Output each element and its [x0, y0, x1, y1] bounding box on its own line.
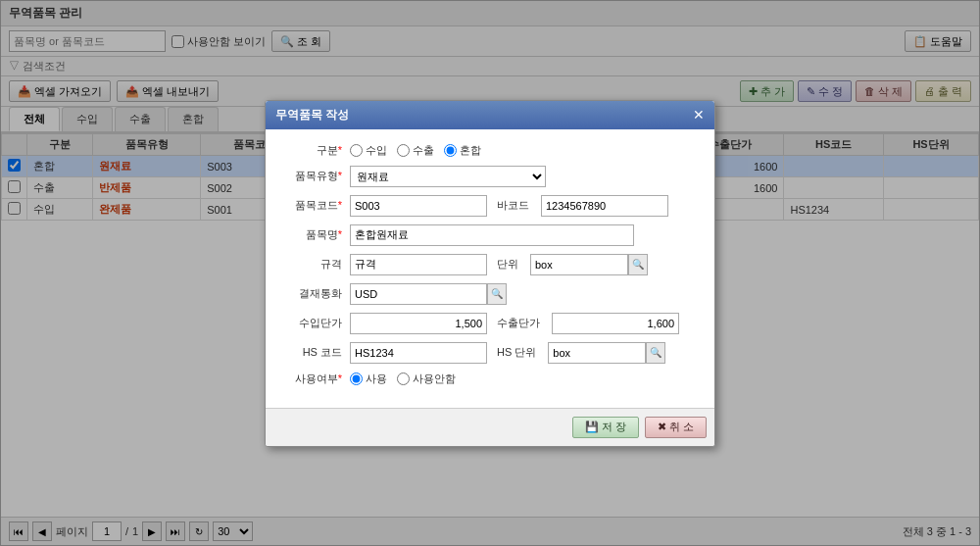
- name-row: 품목명*: [281, 224, 699, 246]
- hs-unit-input[interactable]: [548, 342, 646, 364]
- use-inactive-label[interactable]: 사용안함: [397, 372, 456, 386]
- type-row: 구분* 수입 수출 혼합: [281, 143, 699, 158]
- unit-input[interactable]: [530, 254, 628, 275]
- cancel-button[interactable]: ✖ 취 소: [645, 417, 707, 438]
- spec-label: 규격: [281, 257, 350, 272]
- import-price-input[interactable]: [350, 313, 487, 334]
- save-button[interactable]: 💾 저 장: [572, 417, 639, 438]
- name-input[interactable]: [350, 224, 634, 246]
- spec-unit-row: 규격 단위 🔍: [281, 254, 699, 275]
- export-price-field: 수출단가: [497, 313, 679, 334]
- type-import-radio[interactable]: [350, 144, 363, 157]
- code-label: 품목코드*: [281, 198, 350, 213]
- barcode-input[interactable]: [541, 195, 668, 217]
- currency-search-button[interactable]: 🔍: [487, 283, 507, 305]
- hs-unit-search-button[interactable]: 🔍: [646, 342, 665, 364]
- modal-close-button[interactable]: ✕: [693, 107, 705, 123]
- type-label: 구분*: [281, 143, 350, 158]
- type-import-label[interactable]: 수입: [350, 143, 387, 158]
- barcode-field: 바코드: [497, 195, 668, 217]
- unit-field: 단위 🔍: [497, 254, 648, 275]
- type-mixed-label[interactable]: 혼합: [444, 143, 481, 158]
- spec-input[interactable]: [350, 254, 487, 275]
- hs-unit-label: HS 단위: [497, 345, 536, 360]
- modal-body: 구분* 수입 수출 혼합: [266, 129, 714, 408]
- use-label: 사용여부*: [281, 372, 350, 386]
- unit-search-button[interactable]: 🔍: [628, 254, 648, 275]
- item-type-select[interactable]: 원재료 반제품 완제품: [350, 166, 546, 187]
- code-row: 품목코드* 바코드: [281, 195, 699, 217]
- type-radio-group: 수입 수출 혼합: [350, 143, 481, 158]
- use-radio-group: 사용 사용안함: [350, 372, 456, 386]
- use-row: 사용여부* 사용 사용안함: [281, 372, 699, 386]
- currency-input[interactable]: [350, 283, 487, 305]
- name-label: 품목명*: [281, 227, 350, 242]
- export-price-input[interactable]: [552, 313, 679, 334]
- modal-header: 무역품목 작성 ✕: [266, 101, 714, 129]
- use-active-label[interactable]: 사용: [350, 372, 387, 386]
- type-export-label[interactable]: 수출: [397, 143, 434, 158]
- price-row: 수입단가 수출단가: [281, 313, 699, 334]
- hs-code-input[interactable]: [350, 342, 487, 364]
- use-inactive-radio[interactable]: [397, 372, 410, 385]
- unit-label: 단위: [497, 257, 518, 272]
- barcode-label: 바코드: [497, 198, 529, 213]
- code-input[interactable]: [350, 195, 487, 217]
- cancel-icon: ✖: [658, 421, 666, 433]
- hs-row: HS 코드 HS 단위 🔍: [281, 342, 699, 364]
- use-active-radio[interactable]: [350, 372, 363, 385]
- export-price-label: 수출단가: [497, 316, 540, 330]
- modal-footer: 💾 저 장 ✖ 취 소: [266, 408, 714, 446]
- currency-row: 결재통화 🔍: [281, 283, 699, 305]
- save-icon: 💾: [585, 421, 599, 433]
- modal-title: 무역품목 작성: [275, 107, 349, 124]
- hs-code-label: HS 코드: [281, 345, 350, 360]
- type-export-radio[interactable]: [397, 144, 410, 157]
- currency-label: 결재통화: [281, 286, 350, 301]
- hs-unit-field: HS 단위 🔍: [497, 342, 665, 364]
- modal-overlay: 무역품목 작성 ✕ 구분* 수입 수출: [0, 0, 980, 546]
- item-type-label: 품목유형*: [281, 169, 350, 183]
- type-mixed-radio[interactable]: [444, 144, 457, 157]
- item-type-row: 품목유형* 원재료 반제품 완제품: [281, 166, 699, 187]
- import-price-label: 수입단가: [281, 316, 350, 330]
- modal-dialog: 무역품목 작성 ✕ 구분* 수입 수출: [265, 100, 715, 447]
